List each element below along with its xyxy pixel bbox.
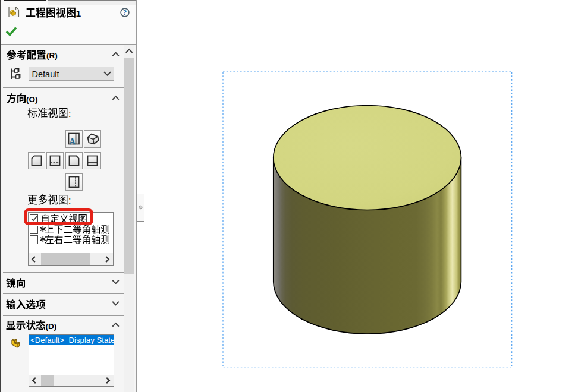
svg-text:?: ? [122,8,126,17]
svg-text:A: A [70,137,76,146]
